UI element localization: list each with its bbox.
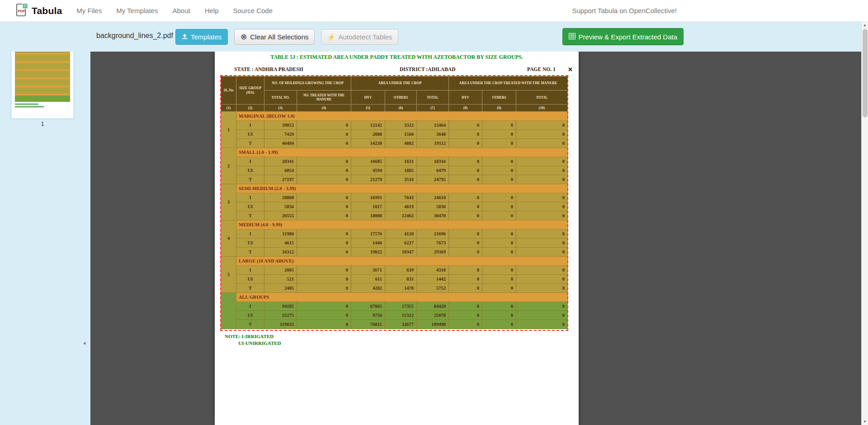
clear-selections-button[interactable]: ⊗ Clear All Selections (234, 29, 315, 45)
scrollbar-thumb[interactable] (863, 29, 868, 117)
toolbar: background_lines_2.pdf Templates ⊗ Clear… (0, 22, 868, 52)
lightning-icon: ⚡ (327, 34, 335, 40)
table-grid-icon (569, 33, 576, 41)
pdf-state: STATE : ANDHRA PRADESH (234, 67, 303, 72)
pdf-viewport[interactable]: TABLE 5J : ESTIMATED AREA UNDER PADDY TR… (90, 52, 861, 425)
pdf-page-no: PAGE NO. 1 (527, 67, 556, 72)
pdf-note-line2: UI-UNIRRIGATED (238, 340, 281, 346)
scrollbar-up-icon[interactable]: ▲ (863, 23, 867, 27)
selection-box[interactable] (220, 75, 568, 331)
pdf-table-title: TABLE 5J : ESTIMATED AREA UNDER PADDY TR… (215, 54, 579, 61)
brand-name: Tabula (32, 5, 62, 16)
export-label: Preview & Export Extracted Data (579, 33, 677, 41)
templates-label: Templates (191, 33, 222, 41)
circle-x-icon: ⊗ (241, 33, 247, 41)
nav-about[interactable]: About (172, 7, 190, 14)
thumbnail-page-number: 1 (11, 120, 74, 127)
thumb-note-line (15, 104, 38, 105)
autodetect-tables-button[interactable]: ⚡ Autodetect Tables (321, 29, 398, 45)
thumb-table-footer (15, 96, 70, 102)
upload-icon (182, 33, 188, 41)
nav-my-files[interactable]: My Files (76, 7, 102, 14)
thumb-table-body (15, 45, 70, 96)
top-navbar: PDF Tabula My Files My Templates About H… (0, 0, 868, 22)
sidebar-scroll-down-icon[interactable]: ▼ (83, 342, 87, 346)
sidebar: ✕ 1 ▲ ▼ (0, 22, 90, 425)
export-button[interactable]: Preview & Export Extracted Data (562, 28, 684, 45)
autodetect-label: Autodetect Tables (338, 33, 392, 41)
nav-source-code[interactable]: Source Code (233, 7, 273, 14)
support-link[interactable]: Support Tabula on OpenCollective! (572, 7, 677, 14)
selection-close-icon[interactable]: ✕ (568, 66, 573, 73)
templates-button[interactable]: Templates (175, 29, 228, 45)
nav-links: My Files My Templates About Help Source … (76, 7, 273, 14)
pdf-page[interactable]: TABLE 5J : ESTIMATED AREA UNDER PADDY TR… (215, 52, 579, 425)
pdf-district: DISTRICT :ADILABAD (400, 67, 455, 72)
svg-text:PDF: PDF (18, 9, 25, 13)
vertical-scrollbar[interactable]: ▲ ▼ (861, 22, 868, 425)
pdf-note-line1: NOTE: I-IRRIGATED (225, 334, 274, 339)
scrollbar-down-icon[interactable]: ▼ (863, 420, 867, 424)
nav-help[interactable]: Help (205, 7, 219, 14)
filename-label: background_lines_2.pdf (96, 32, 173, 40)
tabula-logo-icon: PDF (16, 3, 28, 19)
thumb-note-line (15, 106, 44, 107)
brand-home-link[interactable]: PDF Tabula (16, 3, 62, 19)
nav-my-templates[interactable]: My Templates (116, 7, 158, 14)
clear-selections-label: Clear All Selections (250, 33, 308, 41)
